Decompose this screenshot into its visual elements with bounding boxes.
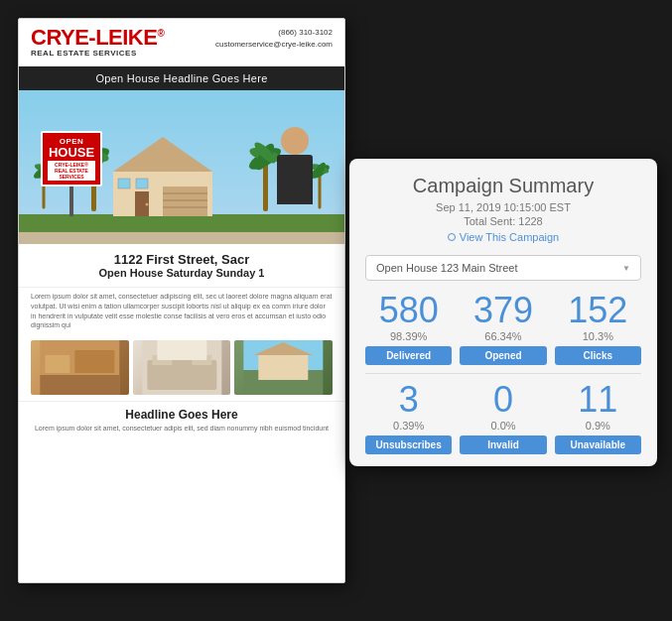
stat-number-clicks: 152 (555, 293, 641, 328)
contact-email: customerservice@crye-leike.com (215, 39, 333, 51)
stat-cell-opened: 379 66.34% Opened (460, 293, 546, 365)
contact-phone: (866) 310-3102 (215, 27, 333, 39)
stats-grid-bottom: 3 0.39% Unsubscribes 0 0.0% Invalid 11 0… (365, 382, 641, 454)
svg-rect-26 (118, 179, 130, 188)
stat-number-opened: 379 (460, 293, 546, 328)
stat-label-delivered[interactable]: Delivered (365, 346, 452, 365)
dropdown-value: Open House 123 Main Street (376, 262, 517, 274)
event-description: Open House Saturday Sunday 1 (31, 267, 333, 279)
svg-rect-30 (45, 355, 69, 373)
stat-number-delivered: 580 (365, 293, 452, 328)
campaign-title: Campaign Summary (365, 175, 641, 197)
stat-percent-unavailable: 0.9% (555, 420, 641, 432)
stat-number-unsubscribes: 3 (365, 382, 452, 418)
stat-number-invalid: 0 (460, 382, 546, 418)
email-address-section: 1122 First Street, Sacr Open House Satur… (19, 244, 344, 288)
stat-cell-unsubscribes: 3 0.39% Unsubscribes (365, 382, 452, 454)
stat-cell-invalid: 0 0.0% Invalid (460, 382, 546, 454)
stat-percent-delivered: 98.39% (365, 330, 452, 342)
campaign-summary-panel: Campaign Summary Sep 11, 2019 10:15:00 E… (349, 159, 657, 466)
photo-bedroom (133, 340, 231, 395)
campaign-link[interactable]: View This Campaign (365, 231, 641, 243)
link-icon (448, 233, 456, 241)
stat-cell-delivered: 580 98.39% Delivered (365, 293, 452, 365)
photo-exterior (234, 340, 333, 395)
view-campaign-text[interactable]: View This Campaign (460, 231, 559, 243)
svg-rect-31 (74, 350, 114, 373)
stat-percent-opened: 66.34% (460, 330, 546, 342)
hero-sidewalk (19, 232, 344, 244)
svg-rect-39 (259, 355, 309, 380)
stat-percent-unsubscribes: 0.39% (365, 420, 452, 432)
footer-headline: Headline Goes Here (31, 408, 333, 422)
campaign-date: Sep 11, 2019 10:15:00 EST (365, 201, 641, 213)
street-address: 1122 First Street, Sacr (31, 252, 333, 267)
svg-rect-27 (136, 179, 148, 188)
svg-rect-36 (157, 340, 206, 360)
brand-name: CRYE-LEIKE® (31, 27, 164, 49)
email-hero-image: OPEN HOUSE CRYE-LEIKE®REAL ESTATE SERVIC… (19, 90, 344, 244)
stat-percent-clicks: 10.3% (555, 330, 641, 342)
stat-label-unsubscribes[interactable]: Unsubscribes (365, 435, 452, 454)
svg-point-25 (146, 203, 149, 206)
stat-label-invalid[interactable]: Invalid (460, 435, 546, 454)
brand-sub: REAL ESTATE SERVICES (31, 50, 164, 58)
email-preview-card: CRYE-LEIKE® REAL ESTATE SERVICES (866) 3… (18, 18, 345, 583)
logo: CRYE-LEIKE® REAL ESTATE SERVICES (31, 27, 164, 58)
house (98, 132, 227, 216)
stat-label-unavailable[interactable]: Unavailable (555, 435, 641, 454)
stats-grid-top: 580 98.39% Delivered 379 66.34% Opened 1… (365, 293, 641, 365)
campaign-total: Total Sent: 1228 (365, 215, 641, 227)
photo-kitchen (31, 340, 129, 395)
email-header: CRYE-LEIKE® REAL ESTATE SERVICES (866) 3… (19, 19, 344, 66)
email-footer-section: Headline Goes Here Lorem ipsum dolor sit… (19, 401, 344, 439)
svg-rect-29 (40, 375, 119, 395)
footer-text: Lorem ipsum dolor sit amet, consectetuer… (31, 424, 333, 434)
stats-divider (365, 373, 641, 374)
email-headline-bar: Open House Headline Goes Here (19, 66, 344, 90)
campaign-dropdown[interactable]: Open House 123 Main Street ▼ (365, 255, 641, 281)
woman-figure (270, 127, 320, 216)
stat-cell-unavailable: 11 0.9% Unavailable (555, 382, 641, 454)
email-photos-row (19, 334, 344, 401)
stat-percent-invalid: 0.0% (460, 420, 546, 432)
stat-label-opened[interactable]: Opened (460, 346, 546, 365)
svg-marker-18 (113, 137, 212, 172)
stat-number-unavailable: 11 (555, 382, 641, 418)
email-contact: (866) 310-3102 customerservice@crye-leik… (215, 27, 333, 51)
stat-cell-clicks: 152 10.3% Clicks (555, 293, 641, 365)
chevron-down-icon: ▼ (622, 264, 630, 273)
email-body-text: Lorem ipsum dolor sit amet, consectetuer… (19, 288, 344, 334)
stat-label-clicks[interactable]: Clicks (555, 346, 641, 365)
open-house-sign: OPEN HOUSE CRYE-LEIKE®REAL ESTATE SERVIC… (41, 131, 102, 216)
svg-rect-20 (163, 186, 207, 216)
